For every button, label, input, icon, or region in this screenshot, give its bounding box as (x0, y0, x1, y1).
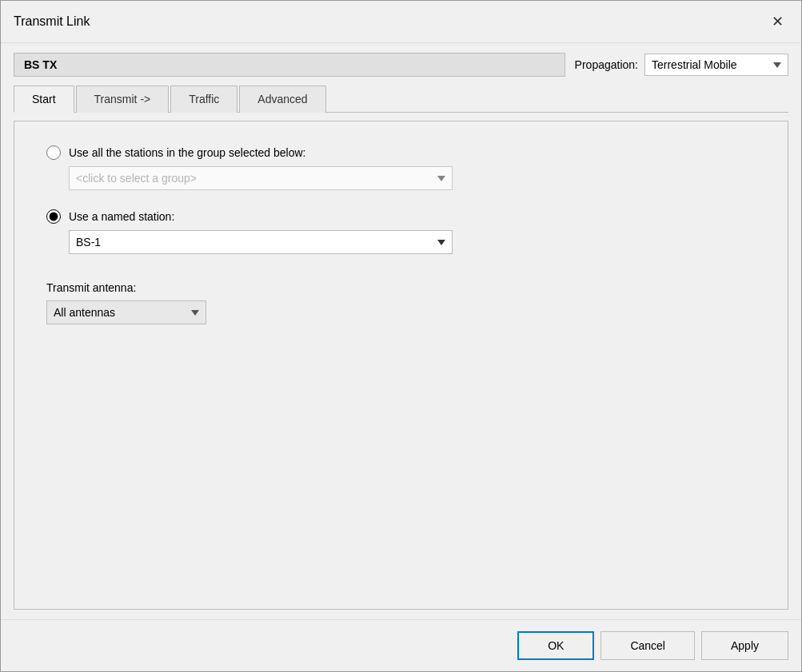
use-all-stations-option: Use all the stations in the group select… (46, 145, 756, 190)
antenna-select[interactable]: All antennas Antenna 1 Antenna 2 (46, 300, 206, 324)
tab-traffic[interactable]: Traffic (170, 85, 237, 113)
named-station-select[interactable]: BS-1 BS-2 BS-3 (69, 230, 453, 254)
tab-start[interactable]: Start (14, 85, 74, 113)
apply-button[interactable]: Apply (701, 631, 788, 660)
use-named-station-option: Use a named station: BS-1 BS-2 BS-3 (46, 209, 756, 254)
tab-transmit[interactable]: Transmit -> (76, 85, 170, 113)
transmit-antenna-label: Transmit antenna: (46, 281, 756, 294)
close-button[interactable]: ✕ (766, 10, 788, 33)
cancel-button[interactable]: Cancel (601, 631, 695, 660)
transmit-link-dialog: Transmit Link ✕ BS TX Propagation: Terre… (0, 0, 802, 672)
header-row: BS TX Propagation: Terrestrial Mobile Fr… (14, 53, 788, 77)
use-all-stations-label: Use all the stations in the group select… (69, 146, 306, 159)
use-all-stations-row: Use all the stations in the group select… (46, 145, 756, 160)
group-select-wrapper: <click to select a group> (69, 166, 756, 190)
use-named-station-label: Use a named station: (69, 210, 174, 223)
propagation-group: Propagation: Terrestrial Mobile Free Spa… (575, 54, 788, 76)
content-spacer (46, 344, 756, 585)
footer: OK Cancel Apply (1, 619, 801, 671)
use-all-stations-radio[interactable] (46, 145, 61, 160)
dialog-title: Transmit Link (14, 14, 90, 29)
title-bar: Transmit Link ✕ (1, 1, 801, 43)
use-named-station-radio[interactable] (46, 209, 61, 224)
group-select[interactable]: <click to select a group> (69, 166, 453, 190)
use-named-station-row: Use a named station: (46, 209, 756, 224)
propagation-select[interactable]: Terrestrial Mobile Free Space Urban Rura… (644, 54, 788, 76)
tab-content-start: Use all the stations in the group select… (14, 121, 788, 610)
transmit-antenna-group: Transmit antenna: All antennas Antenna 1… (46, 281, 756, 324)
bs-tx-field: BS TX (14, 53, 565, 77)
propagation-label: Propagation: (575, 58, 638, 71)
dialog-body: BS TX Propagation: Terrestrial Mobile Fr… (1, 43, 801, 619)
tabs-bar: Start Transmit -> Traffic Advanced (14, 85, 788, 113)
tab-advanced[interactable]: Advanced (239, 85, 325, 113)
ok-button[interactable]: OK (517, 631, 594, 660)
